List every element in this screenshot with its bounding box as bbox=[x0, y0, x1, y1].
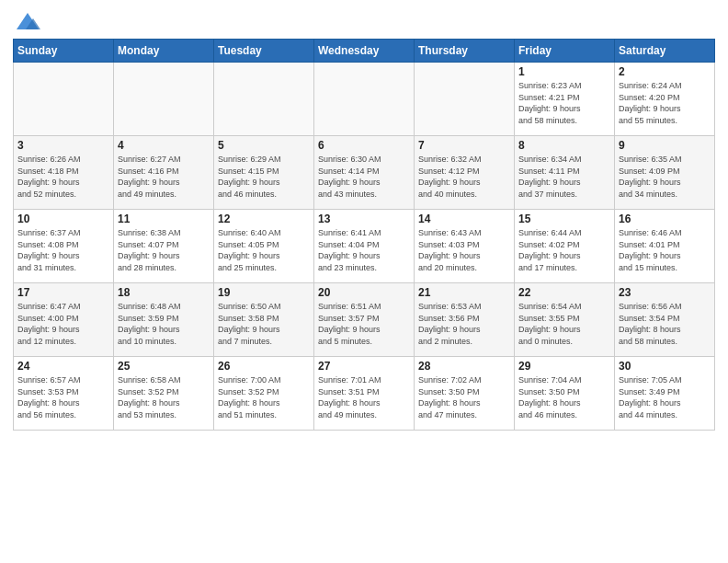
day-number: 29 bbox=[518, 360, 610, 373]
calendar-cell: 18Sunrise: 6:48 AM Sunset: 3:59 PM Dayli… bbox=[114, 283, 214, 357]
day-number: 7 bbox=[418, 139, 510, 152]
calendar-cell: 28Sunrise: 7:02 AM Sunset: 3:50 PM Dayli… bbox=[415, 357, 515, 431]
calendar-cell: 2Sunrise: 6:24 AM Sunset: 4:20 PM Daylig… bbox=[615, 63, 715, 136]
calendar-cell: 24Sunrise: 6:57 AM Sunset: 3:53 PM Dayli… bbox=[14, 357, 114, 431]
weekday-header-monday: Monday bbox=[114, 40, 214, 63]
day-number: 30 bbox=[619, 360, 711, 373]
day-number: 16 bbox=[619, 213, 711, 225]
day-detail: Sunrise: 6:24 AM Sunset: 4:20 PM Dayligh… bbox=[619, 80, 711, 126]
day-detail: Sunrise: 6:38 AM Sunset: 4:07 PM Dayligh… bbox=[118, 227, 210, 273]
day-number: 4 bbox=[118, 139, 210, 152]
weekday-header-thursday: Thursday bbox=[415, 40, 515, 63]
calendar-cell bbox=[314, 63, 415, 136]
day-detail: Sunrise: 6:29 AM Sunset: 4:15 PM Dayligh… bbox=[218, 154, 310, 200]
day-detail: Sunrise: 7:02 AM Sunset: 3:50 PM Dayligh… bbox=[418, 374, 510, 420]
day-number: 19 bbox=[218, 286, 310, 299]
calendar-table: SundayMondayTuesdayWednesdayThursdayFrid… bbox=[13, 39, 715, 431]
day-number: 3 bbox=[17, 139, 109, 152]
day-number: 27 bbox=[318, 360, 410, 373]
day-number: 13 bbox=[318, 213, 410, 225]
day-number: 15 bbox=[518, 213, 610, 225]
day-number: 24 bbox=[17, 360, 109, 373]
calendar-week-4: 17Sunrise: 6:47 AM Sunset: 4:00 PM Dayli… bbox=[14, 283, 715, 357]
day-detail: Sunrise: 6:58 AM Sunset: 3:52 PM Dayligh… bbox=[118, 374, 210, 420]
day-number: 22 bbox=[518, 286, 610, 299]
weekday-header-saturday: Saturday bbox=[615, 40, 715, 63]
day-number: 23 bbox=[619, 286, 711, 299]
calendar-cell: 5Sunrise: 6:29 AM Sunset: 4:15 PM Daylig… bbox=[214, 136, 314, 210]
day-detail: Sunrise: 6:46 AM Sunset: 4:01 PM Dayligh… bbox=[619, 227, 711, 273]
day-detail: Sunrise: 7:00 AM Sunset: 3:52 PM Dayligh… bbox=[218, 374, 310, 420]
day-detail: Sunrise: 6:53 AM Sunset: 3:56 PM Dayligh… bbox=[418, 301, 510, 347]
calendar-cell: 19Sunrise: 6:50 AM Sunset: 3:58 PM Dayli… bbox=[214, 283, 314, 357]
weekday-header-friday: Friday bbox=[515, 40, 615, 63]
day-detail: Sunrise: 6:32 AM Sunset: 4:12 PM Dayligh… bbox=[418, 154, 510, 200]
calendar-cell: 1Sunrise: 6:23 AM Sunset: 4:21 PM Daylig… bbox=[515, 63, 615, 136]
day-number: 18 bbox=[118, 286, 210, 299]
calendar-cell: 3Sunrise: 6:26 AM Sunset: 4:18 PM Daylig… bbox=[14, 136, 114, 210]
day-number: 21 bbox=[418, 286, 510, 299]
day-detail: Sunrise: 6:34 AM Sunset: 4:11 PM Dayligh… bbox=[518, 154, 610, 200]
calendar-cell: 8Sunrise: 6:34 AM Sunset: 4:11 PM Daylig… bbox=[515, 136, 615, 210]
day-detail: Sunrise: 6:37 AM Sunset: 4:08 PM Dayligh… bbox=[17, 227, 109, 273]
day-detail: Sunrise: 6:44 AM Sunset: 4:02 PM Dayligh… bbox=[518, 227, 610, 273]
day-number: 2 bbox=[619, 65, 711, 78]
calendar-cell: 7Sunrise: 6:32 AM Sunset: 4:12 PM Daylig… bbox=[415, 136, 515, 210]
calendar-week-5: 24Sunrise: 6:57 AM Sunset: 3:53 PM Dayli… bbox=[14, 357, 715, 431]
day-number: 12 bbox=[218, 213, 310, 225]
weekday-header-wednesday: Wednesday bbox=[314, 40, 415, 63]
day-detail: Sunrise: 6:51 AM Sunset: 3:57 PM Dayligh… bbox=[318, 301, 410, 347]
day-detail: Sunrise: 7:05 AM Sunset: 3:49 PM Dayligh… bbox=[619, 374, 711, 420]
day-detail: Sunrise: 6:30 AM Sunset: 4:14 PM Dayligh… bbox=[318, 154, 410, 200]
day-detail: Sunrise: 6:47 AM Sunset: 4:00 PM Dayligh… bbox=[17, 301, 109, 347]
calendar-cell: 12Sunrise: 6:40 AM Sunset: 4:05 PM Dayli… bbox=[214, 210, 314, 283]
calendar-cell: 11Sunrise: 6:38 AM Sunset: 4:07 PM Dayli… bbox=[114, 210, 214, 283]
logo bbox=[13, 9, 40, 35]
calendar-cell: 25Sunrise: 6:58 AM Sunset: 3:52 PM Dayli… bbox=[114, 357, 214, 431]
calendar-cell: 9Sunrise: 6:35 AM Sunset: 4:09 PM Daylig… bbox=[615, 136, 715, 210]
day-number: 5 bbox=[218, 139, 310, 152]
day-detail: Sunrise: 6:26 AM Sunset: 4:18 PM Dayligh… bbox=[17, 154, 109, 200]
day-detail: Sunrise: 7:01 AM Sunset: 3:51 PM Dayligh… bbox=[318, 374, 410, 420]
day-number: 14 bbox=[418, 213, 510, 225]
calendar-cell: 4Sunrise: 6:27 AM Sunset: 4:16 PM Daylig… bbox=[114, 136, 214, 210]
calendar-cell: 6Sunrise: 6:30 AM Sunset: 4:14 PM Daylig… bbox=[314, 136, 415, 210]
day-detail: Sunrise: 6:48 AM Sunset: 3:59 PM Dayligh… bbox=[118, 301, 210, 347]
day-detail: Sunrise: 6:50 AM Sunset: 3:58 PM Dayligh… bbox=[218, 301, 310, 347]
day-detail: Sunrise: 6:35 AM Sunset: 4:09 PM Dayligh… bbox=[619, 154, 711, 200]
calendar-cell: 13Sunrise: 6:41 AM Sunset: 4:04 PM Dayli… bbox=[314, 210, 415, 283]
day-number: 25 bbox=[118, 360, 210, 373]
day-number: 1 bbox=[518, 65, 610, 78]
day-detail: Sunrise: 6:41 AM Sunset: 4:04 PM Dayligh… bbox=[318, 227, 410, 273]
calendar-week-1: 1Sunrise: 6:23 AM Sunset: 4:21 PM Daylig… bbox=[14, 63, 715, 136]
day-number: 20 bbox=[318, 286, 410, 299]
calendar-cell bbox=[114, 63, 214, 136]
calendar-cell: 22Sunrise: 6:54 AM Sunset: 3:55 PM Dayli… bbox=[515, 283, 615, 357]
calendar-cell bbox=[14, 63, 114, 136]
calendar-cell bbox=[214, 63, 314, 136]
weekday-header-tuesday: Tuesday bbox=[214, 40, 314, 63]
day-detail: Sunrise: 7:04 AM Sunset: 3:50 PM Dayligh… bbox=[518, 374, 610, 420]
day-number: 17 bbox=[17, 286, 109, 299]
calendar-week-2: 3Sunrise: 6:26 AM Sunset: 4:18 PM Daylig… bbox=[14, 136, 715, 210]
calendar-cell: 14Sunrise: 6:43 AM Sunset: 4:03 PM Dayli… bbox=[415, 210, 515, 283]
day-number: 11 bbox=[118, 213, 210, 225]
calendar-cell: 15Sunrise: 6:44 AM Sunset: 4:02 PM Dayli… bbox=[515, 210, 615, 283]
calendar-cell: 16Sunrise: 6:46 AM Sunset: 4:01 PM Dayli… bbox=[615, 210, 715, 283]
calendar-cell: 17Sunrise: 6:47 AM Sunset: 4:00 PM Dayli… bbox=[14, 283, 114, 357]
day-number: 28 bbox=[418, 360, 510, 373]
calendar-cell: 21Sunrise: 6:53 AM Sunset: 3:56 PM Dayli… bbox=[415, 283, 515, 357]
calendar-cell: 27Sunrise: 7:01 AM Sunset: 3:51 PM Dayli… bbox=[314, 357, 415, 431]
day-detail: Sunrise: 6:54 AM Sunset: 3:55 PM Dayligh… bbox=[518, 301, 610, 347]
calendar-week-3: 10Sunrise: 6:37 AM Sunset: 4:08 PM Dayli… bbox=[14, 210, 715, 283]
day-number: 9 bbox=[619, 139, 711, 152]
logo-icon bbox=[15, 9, 40, 35]
calendar-cell: 30Sunrise: 7:05 AM Sunset: 3:49 PM Dayli… bbox=[615, 357, 715, 431]
day-detail: Sunrise: 6:40 AM Sunset: 4:05 PM Dayligh… bbox=[218, 227, 310, 273]
day-number: 8 bbox=[518, 139, 610, 152]
day-detail: Sunrise: 6:23 AM Sunset: 4:21 PM Dayligh… bbox=[518, 80, 610, 126]
calendar-cell: 23Sunrise: 6:56 AM Sunset: 3:54 PM Dayli… bbox=[615, 283, 715, 357]
calendar-cell: 20Sunrise: 6:51 AM Sunset: 3:57 PM Dayli… bbox=[314, 283, 415, 357]
weekday-header-sunday: Sunday bbox=[14, 40, 114, 63]
day-detail: Sunrise: 6:57 AM Sunset: 3:53 PM Dayligh… bbox=[17, 374, 109, 420]
